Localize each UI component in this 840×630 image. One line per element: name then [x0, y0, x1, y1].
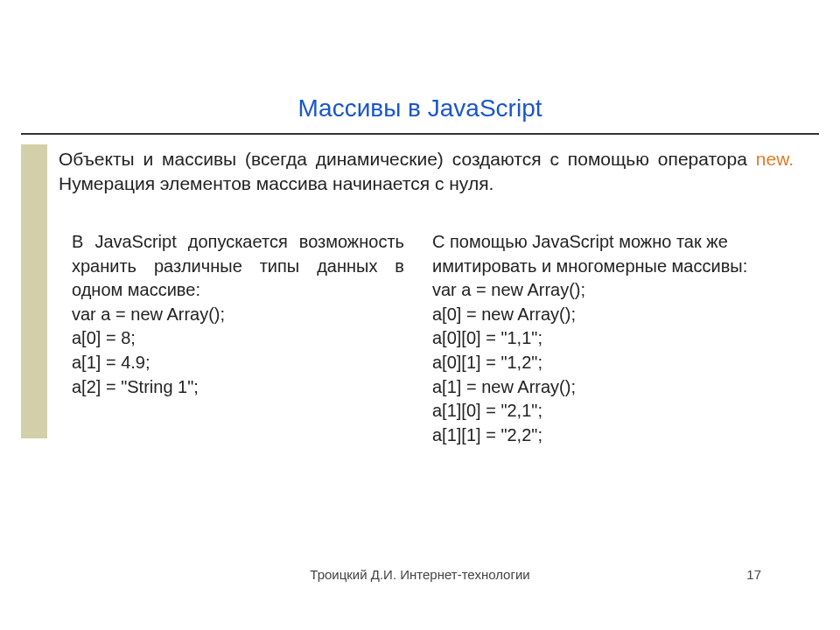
left-code-block: var a = new Array(); a[0] = 8; a[1] = 4.…: [72, 303, 404, 399]
left-column-text: В JavaScript допускается возможность хра…: [72, 230, 404, 303]
intro-text-2: Нумерация элементов массива начинается с…: [59, 173, 494, 193]
footer-author: Троицкий Д.И. Интернет-технологии: [0, 567, 840, 582]
slide-title: Массивы в JavaScript: [0, 94, 840, 122]
intro-paragraph: Объекты и массивы (всегда динамические) …: [59, 147, 794, 197]
right-column-text: С помощью JavaScript можно так же имитир…: [432, 230, 782, 278]
keyword-new: new.: [756, 149, 794, 169]
side-accent-bar: [21, 144, 47, 438]
left-column: В JavaScript допускается возможность хра…: [72, 230, 404, 447]
title-divider: [21, 133, 819, 135]
columns: В JavaScript допускается возможность хра…: [72, 230, 794, 447]
right-code-block: var a = new Array(); a[0] = new Array();…: [432, 278, 782, 447]
intro-text-1: Объекты и массивы (всегда динамические) …: [59, 149, 756, 169]
footer-page-number: 17: [746, 567, 761, 582]
slide: Массивы в JavaScript Объекты и массивы (…: [0, 0, 840, 630]
right-column: С помощью JavaScript можно так же имитир…: [432, 230, 782, 447]
